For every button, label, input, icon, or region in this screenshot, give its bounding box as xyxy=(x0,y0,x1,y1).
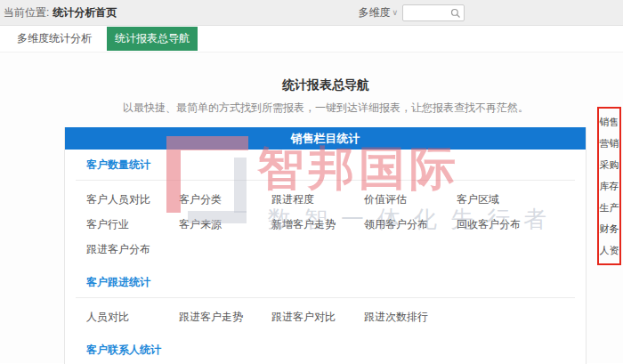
page-subtitle: 以最快捷、最简单的方式找到所需报表，一键到达详细报表，让您报表查找不再茫然。 xyxy=(64,101,587,116)
topbar: 当前位置:统计分析首页 多维度 ∨ xyxy=(0,0,623,26)
report-link[interactable]: 跟进次数排行 xyxy=(364,310,457,325)
tab-multidimension-analysis[interactable]: 多维度统计分析 xyxy=(9,27,100,51)
report-link[interactable]: 客户人员对比 xyxy=(86,192,179,207)
report-link[interactable]: 客户行业 xyxy=(86,217,179,232)
section-title[interactable]: 客户跟进统计 xyxy=(86,275,586,290)
report-link[interactable]: 跟进程度 xyxy=(271,192,364,207)
tab-report-navigation[interactable]: 统计报表总导航 xyxy=(107,27,198,51)
category-side-nav: 销售营销采购库存生产财务人资 xyxy=(597,107,621,265)
tab-bar: 多维度统计分析 统计报表总导航 xyxy=(0,26,623,53)
report-link[interactable]: 跟进客户对比 xyxy=(271,310,364,325)
chevron-down-icon: ∨ xyxy=(392,9,398,17)
report-link-list: 人员对比跟进客户走势跟进客户对比跟进次数排行 xyxy=(65,298,586,335)
page-title: 统计报表总导航 xyxy=(64,53,587,93)
page: 当前位置:统计分析首页 多维度 ∨ 多维度统计分析 统计报表总导航 统计报表总导… xyxy=(0,0,623,364)
section-customer-quantity: 客户数量统计 客户人员对比客户分类跟进程度价值评估客户区域客户行业客户来源新增客… xyxy=(65,158,586,267)
section-customer-contacts: 客户联系人统计 联系人区域分布联系人行业分布性别分布 xyxy=(65,343,586,364)
breadcrumb-label: 当前位置: xyxy=(4,6,49,19)
report-link[interactable]: 客户区域 xyxy=(457,192,549,207)
report-link[interactable]: 人员对比 xyxy=(86,310,179,325)
report-link[interactable]: 回收客户分布 xyxy=(457,217,549,232)
side-nav-item[interactable]: 采购 xyxy=(599,154,619,175)
sales-stats-panel: 销售栏目统计 客户数量统计 客户人员对比客户分类跟进程度价值评估客户区域客户行业… xyxy=(64,127,587,364)
side-nav-item[interactable]: 财务 xyxy=(599,218,619,239)
side-nav-item[interactable]: 营销 xyxy=(599,133,619,154)
topbar-right: 多维度 ∨ xyxy=(358,0,465,26)
section-title[interactable]: 客户联系人统计 xyxy=(86,343,586,358)
panel-header: 销售栏目统计 xyxy=(65,127,586,150)
report-link[interactable]: 客户来源 xyxy=(179,217,271,232)
report-link[interactable]: 领用客户分布 xyxy=(364,217,457,232)
search-box xyxy=(402,4,465,21)
section-customer-followup: 客户跟进统计 人员对比跟进客户走势跟进客户对比跟进次数排行 xyxy=(65,275,586,335)
side-nav-item[interactable]: 人资 xyxy=(599,239,619,261)
report-link[interactable]: 客户分类 xyxy=(179,192,271,207)
report-link[interactable]: 价值评估 xyxy=(364,192,457,207)
search-icon[interactable] xyxy=(450,8,461,19)
section-title[interactable]: 客户数量统计 xyxy=(86,158,586,173)
report-link[interactable]: 跟进客户分布 xyxy=(86,242,179,257)
breadcrumb-value: 统计分析首页 xyxy=(53,6,117,19)
report-link[interactable]: 跟进客户走势 xyxy=(179,310,271,325)
report-link-list: 客户人员对比客户分类跟进程度价值评估客户区域客户行业客户来源新增客户走势领用客户… xyxy=(65,181,586,267)
side-nav-item[interactable]: 生产 xyxy=(599,197,619,218)
report-link[interactable]: 新增客户走势 xyxy=(271,217,364,232)
scope-label: 多维度 xyxy=(358,5,390,20)
scope-dropdown[interactable]: 多维度 ∨ xyxy=(358,5,398,20)
main-content: 统计报表总导航 以最快捷、最简单的方式找到所需报表，一键到达详细报表，让您报表查… xyxy=(0,53,623,363)
side-nav-item[interactable]: 销售 xyxy=(599,111,619,133)
side-nav-item[interactable]: 库存 xyxy=(599,175,619,197)
breadcrumb: 当前位置:统计分析首页 xyxy=(0,5,117,20)
